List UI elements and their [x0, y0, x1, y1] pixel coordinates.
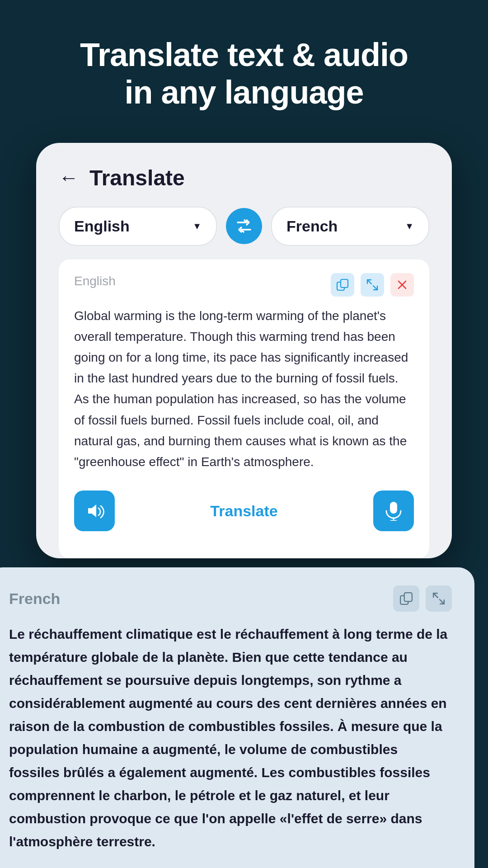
input-language-label: English: [74, 274, 116, 288]
expand-output-button[interactable]: [426, 585, 452, 612]
back-button[interactable]: ←: [59, 168, 79, 188]
speak-input-button[interactable]: [74, 491, 115, 531]
svg-line-13: [440, 599, 444, 604]
svg-line-12: [433, 593, 438, 598]
microphone-button[interactable]: [373, 491, 414, 531]
svg-rect-7: [390, 502, 397, 514]
output-text: Le réchauffement climatique est le récha…: [9, 623, 452, 853]
input-text[interactable]: Global warming is the long-term warming …: [74, 306, 414, 473]
copy-input-button[interactable]: [331, 273, 354, 297]
input-header: English: [74, 273, 414, 297]
output-language-label: French: [9, 590, 60, 608]
expand-output-icon: [432, 592, 446, 605]
input-action-icons: [331, 273, 414, 297]
svg-rect-1: [341, 279, 348, 288]
expand-icon: [366, 278, 379, 291]
swap-icon: [234, 216, 254, 236]
language-selector-row: English ▼ French ▼: [59, 207, 429, 246]
input-action-row: Translate: [74, 483, 414, 545]
phone-card: ← Translate English ▼ French ▼ English: [36, 143, 452, 559]
source-language-select[interactable]: English ▼: [59, 207, 217, 246]
svg-marker-6: [88, 505, 96, 517]
svg-line-2: [367, 280, 371, 284]
source-language-label: English: [74, 217, 130, 235]
target-language-select[interactable]: French ▼: [271, 207, 429, 246]
output-card: French Le réchauffement climatique est l…: [0, 567, 474, 868]
translate-button[interactable]: Translate: [115, 502, 373, 520]
hero-title: Translate text & audio in any language: [80, 36, 408, 111]
swap-languages-button[interactable]: [226, 208, 262, 244]
input-area: English: [59, 259, 429, 559]
copy-output-button[interactable]: [393, 585, 419, 612]
copy-icon: [336, 278, 349, 291]
speaker-icon: [84, 501, 104, 521]
close-icon: [396, 278, 408, 291]
target-language-label: French: [286, 217, 338, 235]
clear-input-button[interactable]: [390, 273, 414, 297]
microphone-icon: [385, 501, 403, 521]
target-language-dropdown-icon: ▼: [405, 221, 414, 231]
translate-header: ← Translate: [59, 165, 429, 190]
output-action-icons: [393, 585, 452, 612]
expand-input-button[interactable]: [361, 273, 384, 297]
svg-line-3: [373, 286, 377, 290]
output-header: French: [9, 585, 452, 612]
copy-output-icon: [399, 592, 413, 605]
app-title: Translate: [89, 165, 185, 190]
source-language-dropdown-icon: ▼: [192, 221, 202, 231]
svg-rect-11: [404, 593, 412, 601]
